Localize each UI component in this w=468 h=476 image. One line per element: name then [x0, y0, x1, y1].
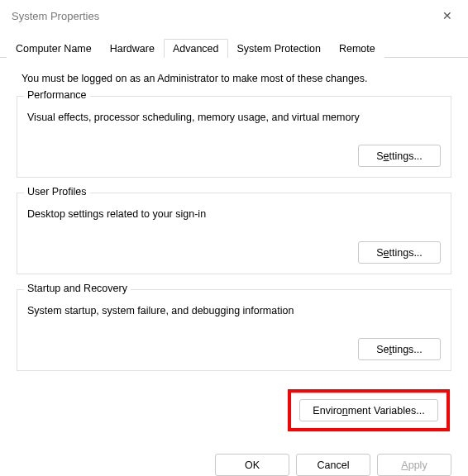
group-startup-recovery: Startup and Recovery System startup, sys…: [17, 289, 451, 371]
tab-remote[interactable]: Remote: [330, 39, 384, 58]
titlebar: System Properties ✕: [0, 0, 468, 30]
startup-recovery-settings-button[interactable]: Settings...: [358, 338, 441, 360]
tab-system-protection[interactable]: System Protection: [228, 39, 330, 58]
group-performance-label: Performance: [24, 89, 90, 101]
user-profiles-settings-button[interactable]: Settings...: [358, 241, 441, 264]
group-user-profiles: User Profiles Desktop settings related t…: [17, 193, 451, 274]
system-properties-window: System Properties ✕ Computer Name Hardwa…: [0, 0, 468, 476]
cancel-button[interactable]: Cancel: [296, 454, 370, 476]
tab-content: You must be logged on as an Administrato…: [0, 58, 468, 447]
tab-computer-name[interactable]: Computer Name: [7, 39, 101, 58]
group-performance-actions: Settings...: [27, 145, 441, 167]
group-startup-recovery-label: Startup and Recovery: [24, 283, 131, 294]
window-title: System Properties: [12, 10, 99, 22]
group-user-profiles-desc: Desktop settings related to your sign-in: [27, 208, 441, 220]
tabstrip: Computer Name Hardware Advanced System P…: [0, 38, 468, 58]
group-performance: Performance Visual effects, processor sc…: [17, 96, 451, 178]
admin-info-text: You must be logged on as an Administrato…: [21, 73, 447, 84]
group-performance-desc: Visual effects, processor scheduling, me…: [27, 112, 441, 123]
dialog-button-row: OK Cancel Apply: [0, 447, 468, 476]
group-user-profiles-label: User Profiles: [24, 186, 90, 198]
environment-variables-button[interactable]: Environment Variables...: [299, 399, 438, 421]
close-icon[interactable]: ✕: [438, 7, 456, 25]
tab-hardware[interactable]: Hardware: [101, 39, 164, 58]
ok-button[interactable]: OK: [215, 454, 289, 476]
apply-button[interactable]: Apply: [377, 454, 451, 476]
environment-variables-highlight: Environment Variables...: [288, 389, 450, 431]
group-user-profiles-actions: Settings...: [27, 241, 441, 264]
environment-variables-row: Environment Variables...: [17, 389, 451, 431]
performance-settings-button[interactable]: Settings...: [358, 145, 441, 167]
group-startup-recovery-desc: System startup, system failure, and debu…: [27, 305, 441, 317]
group-startup-recovery-actions: Settings...: [27, 338, 441, 360]
tab-advanced[interactable]: Advanced: [164, 39, 228, 58]
